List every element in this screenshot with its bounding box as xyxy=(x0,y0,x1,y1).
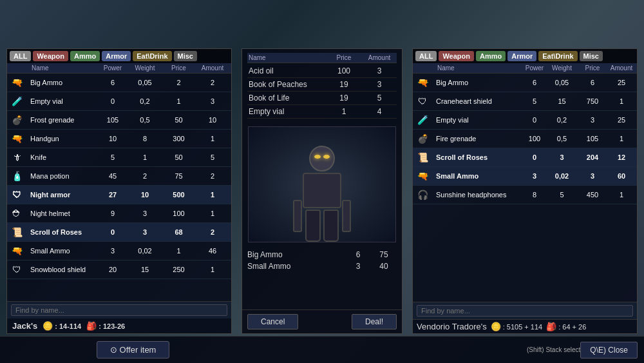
item-power: 5 xyxy=(522,97,547,105)
item-icon: 🔫 xyxy=(415,169,430,183)
item-power: 6 xyxy=(97,79,129,86)
center-offer-item[interactable]: Acid oil 100 3 xyxy=(247,64,397,78)
deal-button[interactable]: Deal! xyxy=(352,314,397,329)
char-eye-left xyxy=(314,155,321,159)
right-tab-all[interactable]: ALL xyxy=(415,51,437,61)
item-power: 8 xyxy=(522,191,547,199)
left-item-row[interactable]: 🔫 Small Ammo 3 0,02 1 46 xyxy=(7,242,231,260)
center-offer-items: Acid oil 100 3 Book of Peaches 19 3 Book… xyxy=(247,64,397,119)
right-item-row[interactable]: 🧪 Empty vial 0 0,2 3 25 xyxy=(413,111,637,130)
item-name: Night helmet xyxy=(29,210,97,217)
right-tab-eatdrink[interactable]: Eat\Drink xyxy=(538,51,577,61)
item-power: 0 xyxy=(97,97,129,105)
center-bottom-name: Small Ammo xyxy=(247,262,345,271)
right-item-row[interactable]: 🔫 Big Ammo 6 0,05 6 25 xyxy=(413,74,637,92)
left-tab-eatdrink[interactable]: Eat\Drink xyxy=(133,51,171,61)
right-tab-misc[interactable]: Misc xyxy=(580,51,603,61)
item-weight: 2 xyxy=(129,172,161,180)
item-price: 100 xyxy=(161,210,196,217)
item-name: Mana potion xyxy=(29,172,97,180)
left-search-input[interactable] xyxy=(11,304,227,316)
left-item-row[interactable]: 💣 Frost grenade 105 0,5 50 10 xyxy=(7,111,231,130)
item-power: 0 xyxy=(522,116,547,124)
right-item-row[interactable]: 🛡 Craneheart shield 5 15 750 1 xyxy=(413,92,637,111)
stack-hint: (Shift) Stack select xyxy=(527,346,580,353)
item-name: Empty vial xyxy=(435,116,522,124)
item-price: 6 xyxy=(576,79,609,86)
left-search-box xyxy=(7,301,231,319)
right-item-row[interactable]: 📜 Scroll of Roses 0 3 204 12 xyxy=(413,148,637,167)
left-currency2: 🎒 : 123-26 xyxy=(86,321,125,331)
center-bottom-power: 6 xyxy=(345,250,371,259)
item-amount: 2 xyxy=(196,228,229,236)
center-bottom-items: Big Ammo 6 75 Small Ammo 3 40 xyxy=(242,246,402,275)
right-item-row[interactable]: 🔫 Small Ammo 3 0,02 3 60 xyxy=(413,167,637,186)
center-bottom-item[interactable]: Big Ammo 6 75 xyxy=(247,249,397,260)
char-eyes xyxy=(314,155,330,159)
right-col-headers: Name Power Weight Price Amount xyxy=(413,63,637,74)
left-item-row[interactable]: 📜 Scroll of Roses 0 3 68 2 xyxy=(7,223,231,242)
close-button[interactable]: Q\E) Close xyxy=(580,342,638,358)
center-offer-item[interactable]: Book of Peaches 19 3 xyxy=(247,78,397,92)
center-bottom-item[interactable]: Small Ammo 3 40 xyxy=(247,260,397,272)
center-bottom-name: Big Ammo xyxy=(247,250,345,259)
item-weight: 0,5 xyxy=(547,135,576,142)
item-name: Scroll of Roses xyxy=(435,153,522,161)
left-tab-weapon[interactable]: Weapon xyxy=(33,51,68,61)
item-name: Knife xyxy=(29,153,97,161)
center-item-name: Empty vial xyxy=(249,107,325,116)
item-icon: 🧪 xyxy=(415,113,430,127)
right-filter-row: ALL Weapon Ammo Armor Eat\Drink Misc xyxy=(413,49,637,63)
left-tab-misc[interactable]: Misc xyxy=(174,51,197,61)
center-item-name: Book of Life xyxy=(249,93,325,103)
item-power: 45 xyxy=(97,172,129,180)
item-amount: 46 xyxy=(196,247,229,255)
left-item-row[interactable]: 🔫 Handgun 10 8 300 1 xyxy=(7,130,231,148)
left-item-row[interactable]: 🛡 Night armor 27 10 500 1 xyxy=(7,186,231,204)
item-weight: 5 xyxy=(547,191,576,199)
right-tab-ammo[interactable]: Ammo xyxy=(476,51,506,61)
left-item-row[interactable]: 🧴 Mana potion 45 2 75 2 xyxy=(7,167,231,186)
left-tab-armor[interactable]: Armor xyxy=(102,51,131,61)
center-offer-item[interactable]: Empty vial 1 4 xyxy=(247,105,397,119)
coin-icon-right: 🪙 xyxy=(491,322,501,331)
item-amount: 1 xyxy=(196,210,229,217)
bottom-bar: ⊙ Offer item (Shift) Stack select Q\E) C… xyxy=(0,336,644,363)
right-item-row[interactable]: 🎧 Sunshine headphones 8 5 450 1 xyxy=(413,186,637,204)
right-currency1: 🪙 : 5105 + 114 xyxy=(491,322,542,331)
item-weight: 0,02 xyxy=(547,172,576,180)
item-amount: 25 xyxy=(609,79,634,86)
right-item-row[interactable]: 💣 Fire grenade 100 0,5 105 1 xyxy=(413,130,637,148)
right-tab-armor[interactable]: Armor xyxy=(507,51,536,61)
item-amount: 1 xyxy=(196,191,229,199)
item-amount: 60 xyxy=(609,172,634,180)
left-tab-all[interactable]: ALL xyxy=(10,51,31,61)
item-name: Big Ammo xyxy=(435,79,522,86)
left-item-row[interactable]: ⛑ Night helmet 9 3 100 1 xyxy=(7,204,231,223)
left-tab-ammo[interactable]: Ammo xyxy=(70,51,100,61)
left-item-row[interactable]: 🛡 Snowblood shield 20 15 250 1 xyxy=(7,260,231,279)
cancel-button[interactable]: Cancel xyxy=(247,314,298,329)
left-item-row[interactable]: 🧪 Empty vial 0 0,2 1 3 xyxy=(7,92,231,111)
left-items-list: 🔫 Big Ammo 6 0,05 2 2 🧪 Empty vial 0 0,2… xyxy=(7,74,231,301)
left-col-headers: Name Power Weight Price Amount xyxy=(7,63,231,74)
item-name: Small Ammo xyxy=(29,247,97,255)
left-item-row[interactable]: 🔫 Big Ammo 6 0,05 2 2 xyxy=(7,74,231,92)
item-icon: 🛡 xyxy=(10,262,24,277)
item-icon: 💣 xyxy=(10,113,24,127)
center-item-amount: 5 xyxy=(363,93,395,103)
item-price: 300 xyxy=(161,135,196,142)
item-price: 3 xyxy=(576,172,609,180)
center-offer-item[interactable]: Book of Life 19 5 xyxy=(247,92,397,105)
right-search-box xyxy=(413,302,637,319)
offer-item-button[interactable]: ⊙ Offer item xyxy=(97,341,169,358)
bag-icon-left: 🎒 xyxy=(86,321,97,331)
item-power: 3 xyxy=(522,172,547,180)
item-power: 0 xyxy=(522,153,547,161)
right-tab-weapon[interactable]: Weapon xyxy=(439,51,474,61)
item-weight: 0,05 xyxy=(129,79,161,86)
right-search-input[interactable] xyxy=(417,305,633,317)
left-item-row[interactable]: 🗡 Knife 5 1 50 5 xyxy=(7,148,231,167)
center-buttons: Cancel Deal! xyxy=(242,309,402,333)
left-store-name: Jack's xyxy=(12,321,37,331)
